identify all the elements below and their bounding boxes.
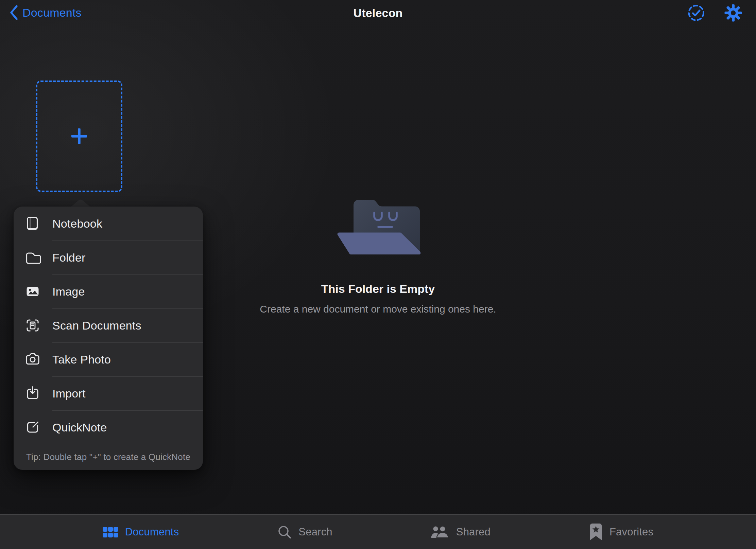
quicknote-icon	[24, 419, 41, 436]
menu-item-take-photo[interactable]: Take Photo	[14, 342, 203, 376]
menu-item-notebook[interactable]: Notebook	[14, 207, 203, 241]
settings-button[interactable]	[724, 4, 742, 22]
notebook-icon	[24, 215, 41, 232]
select-mode-button[interactable]	[687, 4, 705, 22]
tab-shared[interactable]: Shared	[431, 526, 491, 538]
menu-item-label: Folder	[52, 251, 86, 264]
menu-item-label: Scan Documents	[52, 319, 141, 332]
bookmark-star-icon	[589, 523, 603, 541]
gear-icon	[724, 4, 742, 22]
tab-search[interactable]: Search	[277, 525, 332, 539]
menu-tip: Tip: Double tap "+" to create a QuickNot…	[14, 444, 203, 470]
plus-icon	[71, 128, 87, 144]
empty-folder-illustration	[335, 195, 420, 256]
tab-documents[interactable]: Documents	[103, 526, 179, 538]
dashed-circle-check-icon	[687, 4, 705, 22]
take-photo-icon	[24, 351, 41, 368]
app-screen: Documents Utelecon	[0, 0, 756, 549]
tab-label: Documents	[125, 526, 179, 538]
menu-item-folder[interactable]: Folder	[14, 241, 203, 274]
folder-icon	[24, 249, 41, 266]
people-icon	[431, 526, 449, 538]
tab-label: Favorites	[609, 526, 653, 538]
menu-item-import[interactable]: Import	[14, 376, 203, 410]
menu-item-label: Import	[52, 387, 86, 400]
top-actions	[687, 4, 742, 22]
tab-label: Shared	[456, 526, 491, 538]
new-document-menu: Notebook Folder Image	[14, 207, 203, 470]
menu-item-quicknote[interactable]: QuickNote	[14, 410, 203, 444]
tab-label: Search	[298, 526, 332, 538]
menu-item-label: QuickNote	[52, 421, 107, 434]
new-document-dropzone[interactable]	[36, 81, 122, 192]
menu-item-label: Notebook	[52, 217, 102, 230]
top-navigation-bar: Documents Utelecon	[0, 0, 756, 26]
grid-icon	[103, 527, 118, 537]
scan-documents-icon	[24, 317, 41, 334]
tab-favorites[interactable]: Favorites	[589, 523, 653, 541]
empty-state-subtitle: Create a new document or move existing o…	[0, 303, 756, 315]
popover-arrow	[70, 198, 91, 207]
tab-bar: Documents Search Shared	[0, 514, 756, 549]
import-icon	[24, 385, 41, 402]
empty-state-title: This Folder is Empty	[0, 282, 756, 296]
search-icon	[277, 525, 292, 539]
menu-item-label: Take Photo	[52, 353, 111, 366]
page-title: Utelecon	[0, 6, 756, 20]
